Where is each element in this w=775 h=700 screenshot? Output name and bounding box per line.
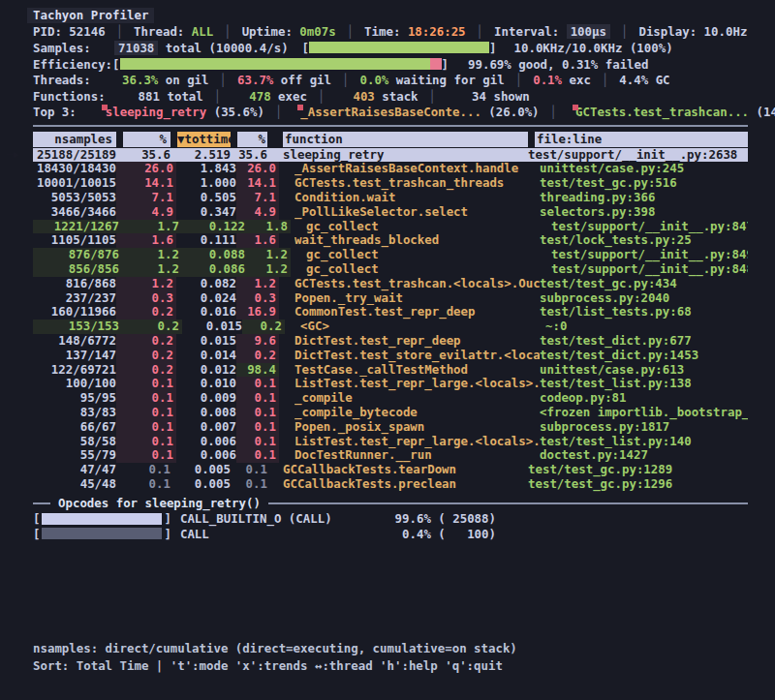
cell-tottime: 0.024 — [176, 291, 236, 306]
functions-stack-value: 403 — [353, 89, 374, 104]
efficiency-bar-open: [ — [112, 57, 119, 72]
column-header-file-line[interactable]: file:line — [528, 132, 748, 147]
cell-pct-direct: 1.6 — [116, 233, 176, 248]
cell-function: ListTest.test_repr_large.<locals>.c... — [294, 435, 540, 449]
cell-tottime: 0.111 — [176, 233, 236, 248]
column-header-function[interactable]: function — [283, 132, 528, 147]
cell-file-line: test/test_gc.py:1296 — [528, 477, 748, 492]
table-row[interactable]: 816/8681.20.0821.2GCTests.test_trashcan.… — [33, 277, 748, 291]
cell-tottime: 0.082 — [176, 277, 236, 291]
cell-pct-cum: 0.1 — [236, 391, 279, 406]
cell-nsamples: 18430/18430 — [33, 162, 116, 176]
table-row[interactable]: 47/470.10.0050.1GCCallbackTests.tearDown… — [33, 463, 748, 477]
footer-keybindings[interactable]: Sort: Total Time | 't':mode 'x':trends ↔… — [33, 657, 517, 675]
divider: │ — [342, 73, 349, 87]
table-row[interactable]: 66/670.10.0070.1Popen._posix_spawnsubpro… — [33, 420, 748, 435]
time-value: 18:26:25 — [408, 24, 466, 39]
cell-pct-cum: 0.2 — [242, 320, 285, 334]
table-row[interactable]: 1105/11051.60.1111.6wait_threads_blocked… — [33, 233, 748, 248]
cell-file-line: doctest.py:1427 — [540, 448, 748, 463]
table-row[interactable]: 55/790.10.0060.1DocTestRunner.__rundocte… — [33, 448, 748, 463]
threads-line: Threads: 36.3% on gil │ 63.7% off gil │ … — [33, 72, 748, 88]
table-row[interactable]: 160/119660.20.01616.9CommonTest.test_rep… — [33, 305, 748, 320]
table-row[interactable]: 95/950.10.0090.1_compilecodeop.py:81 — [33, 391, 748, 406]
opcode-name: CALL_BUILTIN_O (CALL) — [180, 511, 332, 526]
status-line: PID: 52146 │ Thread: ALL │ Uptime: 0m07s… — [33, 24, 748, 41]
opcodes-section-divider: Opcodes for sleeping_retry() — [33, 496, 748, 511]
cell-pct-cum: 14.1 — [236, 176, 279, 191]
column-header-tottime-sorted[interactable]: ▼tottime — [170, 132, 231, 147]
table-row[interactable]: 3466/34664.90.3474.9_PollLikeSelector.se… — [33, 205, 748, 220]
cell-tottime: 0.009 — [176, 391, 236, 406]
samples-rate: 10.0KHz/10.0KHz (100%) — [514, 41, 673, 55]
table-row[interactable]: 1221/12671.70.1221.8gc_collecttest/suppo… — [33, 220, 748, 234]
threads-off-gil-label: off gil — [281, 73, 331, 87]
cell-nsamples: 1105/1105 — [33, 233, 116, 248]
cell-pct-cum: 0.1 — [231, 463, 267, 477]
cell-pct-cum: 26.0 — [236, 162, 279, 176]
top2-pct: (26.0%) — [488, 105, 539, 119]
cell-function: _PollLikeSelector.select — [294, 205, 540, 220]
cell-tottime: 0.016 — [176, 305, 236, 320]
cell-function: ListTest.test_repr_large.<locals>.c... — [294, 377, 540, 391]
thread-value[interactable]: ALL — [192, 24, 213, 39]
cell-pct-cum: 0.1 — [236, 406, 279, 420]
table-row[interactable]: 137/1470.20.0140.2DictTest.test_store_ev… — [33, 349, 748, 363]
cell-file-line: test/support/__init__.py:2638 — [528, 148, 748, 163]
column-header-pct-cum[interactable]: % — [231, 132, 267, 147]
cell-function: gc_collect — [306, 248, 551, 262]
table-row[interactable]: 100/1000.10.0100.1ListTest.test_repr_lar… — [33, 377, 748, 391]
cell-pct-direct: 0.1 — [116, 435, 176, 449]
column-header-nsamples[interactable]: nsamples — [33, 132, 116, 147]
samples-bar — [309, 42, 489, 53]
cell-function: GCTests.test_trashcan_threads — [294, 176, 540, 191]
cell-file-line: test/test_dict.py:1453 — [540, 349, 748, 363]
divider: │ — [275, 105, 282, 119]
time-label: Time: — [364, 24, 400, 39]
table-row[interactable]: 5053/50537.10.5057.1Condition.waitthread… — [33, 191, 748, 205]
table-row[interactable]: 45/480.10.0050.1GCCallbackTests.preclean… — [33, 477, 748, 492]
threads-exc-value: 0.1% — [533, 73, 562, 87]
table-row[interactable]: 122/697210.20.01298.4TestCase._callTestM… — [33, 363, 748, 378]
cell-nsamples: 83/83 — [33, 406, 116, 420]
cell-pct-cum: 1.6 — [236, 233, 279, 248]
top3-name[interactable]: GCTests.test_trashcan... — [575, 105, 749, 119]
threads-label: Threads: — [33, 73, 95, 87]
cell-nsamples: 153/153 — [33, 320, 122, 334]
functions-exec-value: 478 — [249, 89, 270, 104]
top2-name[interactable]: _AssertRaisesBaseConte... — [300, 105, 481, 119]
table-row[interactable]: 856/8561.20.0861.2gc_collecttest/support… — [33, 262, 748, 277]
table-row[interactable]: 148/67720.20.0159.6DictTest.test_repr_de… — [33, 334, 748, 349]
table-row[interactable]: 237/2370.30.0240.3Popen._try_waitsubproc… — [33, 291, 748, 306]
table-row[interactable]: ─▶25188/2518935.62.51935.6sleeping_retry… — [33, 148, 748, 163]
cell-nsamples: 122/69721 — [33, 363, 116, 378]
table-row[interactable]: 876/8761.20.0881.2gc_collecttest/support… — [33, 248, 748, 262]
table-row[interactable]: 10001/1001514.11.00014.1GCTests.test_tra… — [33, 176, 748, 191]
table-row[interactable]: 58/580.10.0060.1ListTest.test_repr_large… — [33, 435, 748, 449]
threads-off-gil-value: 63.7% — [237, 73, 273, 87]
cell-pct-direct: 0.2 — [116, 334, 176, 349]
cell-file-line: test/support/__init__.py:847 — [551, 220, 748, 234]
table-row[interactable]: 18430/1843026.01.84326.0_AssertRaisesBas… — [33, 162, 748, 176]
cell-pct-direct: 0.1 — [116, 420, 176, 435]
divider-segment — [33, 502, 50, 504]
opcode-bar-close: ] — [164, 527, 170, 541]
cell-function: GCTests.test_trashcan.<locals>.Ouch... — [294, 277, 540, 291]
cell-pct-cum: 98.4 — [236, 363, 279, 378]
top1-name[interactable]: sleeping_retry — [106, 105, 206, 119]
cell-tottime: 0.006 — [176, 448, 236, 463]
cell-pct-direct: 0.2 — [116, 363, 176, 378]
cell-file-line: test/support/__init__.py:848 — [551, 262, 748, 277]
uptime-value: 0m07s — [299, 24, 335, 39]
cell-nsamples: 10001/10015 — [33, 176, 116, 191]
cell-nsamples: 160/11966 — [33, 305, 116, 320]
interval-value: 100µs — [567, 24, 610, 39]
table-row[interactable]: 83/830.10.0080.1_compile_bytecode<frozen… — [33, 406, 748, 420]
cell-pct-direct: 0.1 — [116, 477, 170, 492]
table-row[interactable]: 153/1530.20.0150.2<GC>~:0 — [33, 320, 748, 334]
column-header-pct-direct[interactable]: % — [116, 132, 170, 147]
cell-pct-direct: 1.2 — [122, 262, 182, 277]
cell-file-line: ~:0 — [545, 320, 748, 334]
cell-function: _compile — [294, 391, 540, 406]
display-label: Display: — [638, 24, 697, 39]
